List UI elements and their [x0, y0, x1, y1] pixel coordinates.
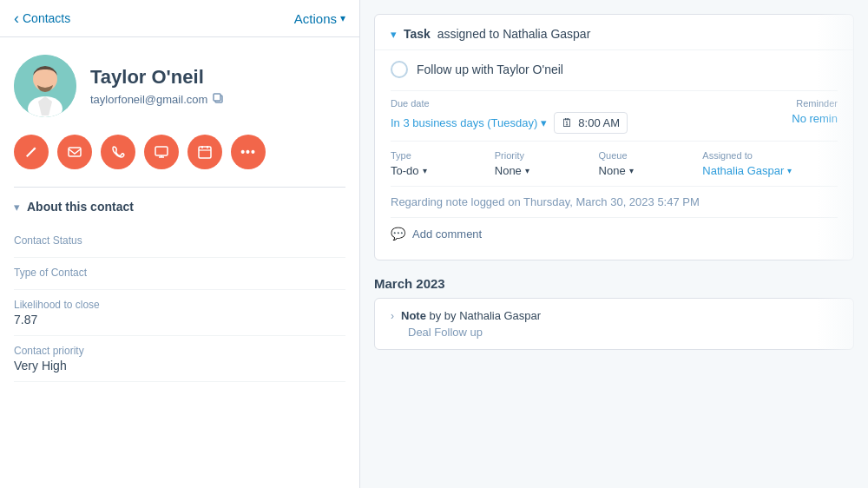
- calendar-button[interactable]: [187, 135, 222, 169]
- task-note-text: Regarding note logged on Thursday, March…: [391, 186, 838, 217]
- reminder-select[interactable]: No remin: [792, 112, 838, 125]
- contact-name: Taylor O'neil: [90, 66, 225, 89]
- task-type-field: Type To-do ▾: [391, 150, 481, 177]
- due-date-field: Due date In 3 business days (Tuesday) ▾ …: [391, 98, 792, 134]
- task-queue-field: Queue None ▾: [599, 150, 689, 177]
- type-label: Type: [391, 150, 481, 161]
- queue-select[interactable]: None ▾: [599, 164, 689, 177]
- field-contact-priority: Contact priority Very High: [14, 336, 345, 382]
- contacts-back-link[interactable]: Contacts: [14, 10, 70, 26]
- field-value-contact-priority: Very High: [14, 359, 345, 373]
- svg-rect-10: [199, 147, 211, 158]
- avatar: [14, 55, 76, 117]
- svg-rect-4: [214, 94, 220, 101]
- field-type-of-contact: Type of Contact: [14, 258, 345, 290]
- month-label: March 2023: [374, 276, 854, 291]
- task-type-row: Type To-do ▾ Priority None ▾ Queue: [391, 141, 838, 186]
- task-chevron-icon[interactable]: ▾: [391, 28, 397, 41]
- task-checkbox[interactable]: [391, 61, 408, 78]
- about-chevron-icon: ▾: [14, 201, 20, 214]
- edit-button[interactable]: [14, 135, 49, 169]
- due-date-row: Due date In 3 business days (Tuesday) ▾ …: [391, 90, 838, 141]
- contact-info: Taylor O'neil taylorfoneil@gmail.com: [90, 66, 225, 105]
- action-icons-row: •••: [0, 128, 359, 187]
- note-card: › Note by by Nathalia Gaspar Deal Follow…: [374, 298, 854, 350]
- svg-rect-7: [155, 147, 168, 155]
- field-label-contact-priority: Contact priority: [14, 345, 345, 357]
- task-header: ▾ Task assigned to Nathalia Gaspar: [375, 15, 853, 50]
- field-contact-status: Contact Status: [14, 226, 345, 258]
- due-date-label: Due date: [391, 98, 792, 109]
- phone-button[interactable]: [101, 135, 135, 169]
- task-section: ▾ Task assigned to Nathalia Gaspar Follo…: [374, 14, 854, 260]
- due-date-select[interactable]: In 3 business days (Tuesday) ▾: [391, 116, 547, 129]
- note-chevron-icon[interactable]: ›: [391, 310, 394, 322]
- left-header: Contacts Actions: [0, 0, 359, 37]
- reminder-label: Reminder: [792, 98, 838, 109]
- field-label-type-of-contact: Type of Contact: [14, 267, 345, 279]
- task-title: Task assigned to Nathalia Gaspar: [404, 27, 590, 41]
- priority-label: Priority: [495, 150, 585, 161]
- note-header: › Note by by Nathalia Gaspar: [391, 309, 838, 322]
- email-button[interactable]: [57, 135, 92, 169]
- type-select[interactable]: To-do ▾: [391, 164, 481, 177]
- field-value-likelihood: 7.87: [14, 313, 345, 326]
- field-label-contact-status: Contact Status: [14, 234, 345, 247]
- task-follow-up-label: Follow up with Taylor O'neil: [417, 63, 563, 76]
- task-priority-field: Priority None ▾: [495, 150, 585, 177]
- contact-profile: Taylor O'neil taylorfoneil@gmail.com: [0, 37, 359, 128]
- contact-fields: Contact Status Type of Contact Likelihoo…: [0, 226, 359, 382]
- calendar-small-icon: 🗓: [562, 116, 573, 129]
- actions-button[interactable]: Actions: [294, 11, 345, 26]
- note-by-text: by: [430, 309, 444, 322]
- comment-icon: 💬: [391, 227, 405, 241]
- about-section-title: About this contact: [27, 200, 134, 214]
- add-comment-button[interactable]: 💬 Add comment: [391, 217, 838, 249]
- note-subtitle: Deal Follow up: [391, 326, 838, 339]
- field-likelihood: Likelihood to close 7.87: [14, 290, 345, 336]
- due-date-controls: In 3 business days (Tuesday) ▾ 🗓 8:00 AM: [391, 112, 792, 134]
- assigned-label: Assigned to: [702, 150, 838, 161]
- queue-label: Queue: [599, 150, 689, 161]
- screen-button[interactable]: [144, 135, 179, 169]
- task-body: Follow up with Taylor O'neil Due date In…: [375, 50, 853, 260]
- field-label-likelihood: Likelihood to close: [14, 299, 345, 311]
- task-assigned-field: Assigned to Nathalia Gaspar ▾: [702, 150, 838, 177]
- more-button[interactable]: •••: [231, 135, 266, 169]
- priority-select[interactable]: None ▾: [495, 164, 585, 177]
- task-check-row: Follow up with Taylor O'neil: [391, 61, 838, 78]
- reminder-field: Reminder No remin: [792, 98, 838, 134]
- assigned-select[interactable]: Nathalia Gaspar ▾: [702, 164, 838, 177]
- march-section: March 2023 › Note by by Nathalia Gaspar …: [374, 267, 854, 355]
- right-panel: ▾ Task assigned to Nathalia Gaspar Follo…: [360, 0, 868, 488]
- note-title: Note by by Nathalia Gaspar: [401, 309, 541, 322]
- left-panel: Contacts Actions Taylor O'neil: [0, 0, 360, 488]
- copy-icon[interactable]: [213, 93, 225, 105]
- contact-email-row: taylorfoneil@gmail.com: [90, 93, 225, 106]
- about-section-header[interactable]: ▾ About this contact: [0, 188, 359, 226]
- contact-email-text: taylorfoneil@gmail.com: [90, 93, 207, 106]
- svg-rect-6: [69, 148, 81, 156]
- time-input[interactable]: 🗓 8:00 AM: [554, 112, 628, 134]
